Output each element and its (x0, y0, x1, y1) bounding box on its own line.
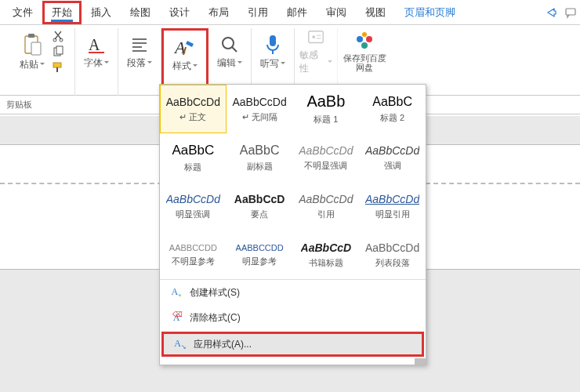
dictate-button[interactable]: 听写 (256, 28, 289, 75)
style-preview: AaBbCcDd (299, 144, 353, 157)
style-name: 明显参考 (242, 256, 277, 267)
tab-file[interactable]: 文件 (3, 1, 42, 24)
share-icon[interactable] (546, 6, 558, 19)
styles-label: 样式 (172, 60, 191, 73)
tab-references[interactable]: 引用 (238, 1, 277, 24)
apply-style-icon: A↘ (173, 338, 187, 350)
style-preview: AaBbCcD (301, 241, 352, 254)
style-name: 书籍标题 (309, 257, 343, 269)
style-name: 标题 1 (314, 114, 338, 125)
sensitivity-label: 敏感性 (299, 49, 326, 75)
style-swatch[interactable]: AaBbCcDd↵ 无间隔 (227, 85, 293, 133)
style-swatch[interactable]: AaBbCcDd↵ 正文 (160, 85, 227, 133)
style-name: 要点 (251, 209, 268, 220)
clear-format-label: 清除格式(C) (190, 311, 241, 325)
format-painter-icon[interactable] (52, 61, 64, 74)
svg-point-15 (357, 36, 363, 42)
clear-format-icon: A⌫ (169, 312, 183, 324)
style-swatch[interactable]: AaBbCcD要点 (227, 182, 293, 230)
svg-text:A: A (89, 36, 100, 53)
style-swatch[interactable]: AaBbCcDd明显引用 (359, 182, 426, 230)
svg-rect-2 (28, 34, 34, 38)
svg-point-18 (362, 32, 367, 37)
style-swatch[interactable]: AaBbC标题 (160, 133, 227, 182)
style-preview: AaBbC (372, 95, 412, 109)
style-swatch[interactable]: AABBCCDD不明显参考 (160, 230, 227, 279)
tab-header-footer[interactable]: 页眉和页脚 (395, 1, 465, 24)
style-swatch[interactable]: AABBCCDD明显参考 (227, 230, 293, 279)
panel-scrollbar[interactable] (160, 358, 426, 365)
style-name: 不明显强调 (304, 160, 347, 172)
style-swatch[interactable]: AaBbCcDd不明显强调 (293, 133, 360, 182)
style-name: 明显引用 (375, 209, 410, 220)
tab-design[interactable]: 设计 (160, 1, 199, 24)
tab-review[interactable]: 审阅 (317, 1, 356, 24)
style-swatch[interactable]: AaBbC副标题 (227, 133, 293, 182)
style-preview: AaBbCcD (234, 193, 285, 205)
style-swatch[interactable]: AaBbC标题 2 (359, 85, 426, 133)
dictate-label: 听写 (260, 57, 279, 71)
cut-icon[interactable] (52, 30, 64, 42)
tab-view[interactable]: 视图 (356, 1, 395, 24)
svg-rect-0 (566, 9, 575, 15)
tab-mail[interactable]: 邮件 (277, 1, 317, 24)
svg-rect-13 (309, 31, 323, 43)
style-preview: AaBbCcDd (365, 241, 419, 254)
apply-style-item[interactable]: A↘应用样式(A)... (161, 332, 424, 357)
paragraph-label: 段落 (127, 56, 146, 70)
style-preview: AABBCCDD (236, 243, 284, 252)
create-style-icon: A+ (169, 286, 183, 299)
svg-point-17 (361, 42, 368, 49)
style-preview: AABBCCDD (169, 243, 217, 252)
svg-rect-7 (56, 46, 63, 54)
apply-style-label: 应用样式(A)... (194, 338, 252, 351)
paste-label: 粘贴 (20, 58, 38, 71)
style-name: 强调 (384, 160, 401, 172)
style-swatch[interactable]: AaBbCcD书籍标题 (293, 230, 360, 279)
styles-gallery: AaBbCcDd↵ 正文AaBbCcDd↵ 无间隔AaBb标题 1AaBbC标题… (160, 85, 426, 279)
style-swatch[interactable]: AaBbCcDd明显强调 (160, 182, 227, 230)
create-style-item[interactable]: A+创建样式(S) (160, 280, 426, 305)
group-paragraph: 段落 (118, 28, 161, 96)
style-preview: AaBbC (172, 143, 214, 158)
styles-dropdown-panel: AaBbCcDd↵ 正文AaBbCcDd↵ 无间隔AaBb标题 1AaBbC标题… (159, 84, 426, 365)
svg-point-14 (312, 35, 315, 38)
sensitivity-button: 敏感性 (299, 28, 332, 75)
font-button[interactable]: A 字体 (80, 28, 113, 75)
svg-point-16 (366, 36, 372, 42)
style-preview: AaBbCcDd (365, 193, 419, 205)
style-swatch[interactable]: AaBbCcDd列表段落 (359, 230, 426, 279)
style-name: 明显强调 (176, 209, 210, 220)
style-preview: AaBbCcDd (232, 96, 286, 108)
style-name: 列表段落 (375, 257, 410, 269)
tab-home[interactable]: 开始 (42, 1, 82, 24)
edit-label: 编辑 (217, 56, 236, 70)
tab-layout[interactable]: 布局 (199, 1, 238, 24)
style-name: 副标题 (247, 161, 273, 172)
clear-format-item[interactable]: A⌫清除格式(C) (160, 305, 426, 330)
style-name: ↵ 正文 (179, 111, 206, 123)
copy-icon[interactable] (52, 45, 64, 58)
style-preview: AaBbCcDd (166, 96, 220, 108)
style-swatch[interactable]: AaBb标题 1 (293, 85, 360, 133)
paste-button[interactable]: 粘贴 (16, 28, 49, 75)
svg-rect-3 (31, 42, 41, 55)
paragraph-button[interactable]: 段落 (123, 28, 156, 75)
styles-button[interactable]: A 样式 (169, 31, 201, 78)
create-style-label: 创建样式(S) (190, 286, 240, 299)
style-preview: AaBbCcDd (365, 144, 419, 157)
tab-insert[interactable]: 插入 (82, 1, 121, 24)
style-name: 标题 2 (380, 112, 404, 124)
style-swatch[interactable]: AaBbCcDd引用 (293, 182, 360, 230)
tab-draw[interactable]: 绘图 (121, 1, 160, 24)
baidu-save-button[interactable]: 保存到百度网盘 (343, 28, 386, 75)
comments-icon[interactable] (564, 6, 577, 19)
menu-bar: 文件 开始 插入 绘图 设计 布局 引用 邮件 审阅 视图 页眉和页脚 (0, 0, 580, 25)
svg-point-11 (223, 38, 234, 49)
style-swatch[interactable]: AaBbCcDd强调 (359, 133, 426, 182)
style-preview: AaBbCcDd (166, 193, 220, 205)
font-label: 字体 (84, 56, 103, 70)
svg-rect-8 (53, 63, 61, 67)
baidu-label: 保存到百度网盘 (343, 53, 386, 72)
edit-button[interactable]: 编辑 (213, 28, 246, 75)
